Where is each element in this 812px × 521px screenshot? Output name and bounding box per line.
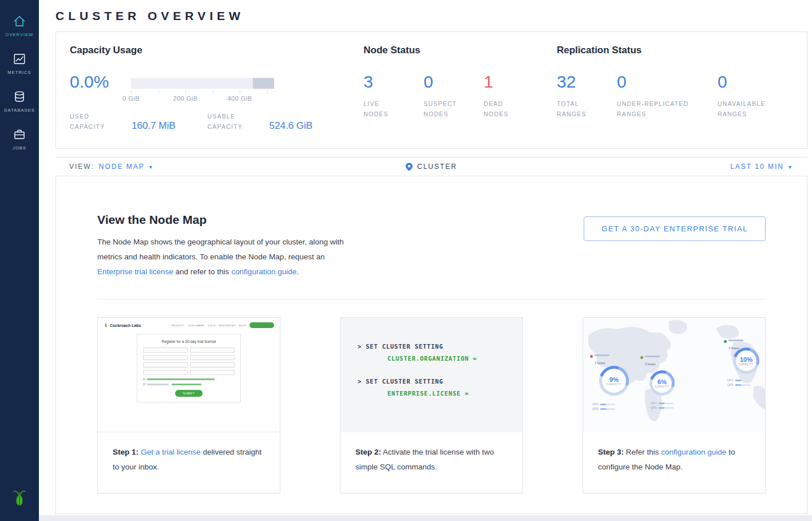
capacity-donut: 6% CAPACITY: [649, 370, 675, 396]
sidebar-item-jobs[interactable]: JOBS: [0, 120, 39, 158]
total-ranges-label: TOTAL RANGES: [557, 98, 593, 120]
unavailable-ranges-value: 0: [718, 72, 769, 92]
cpu-stat-label: CPU: [651, 401, 657, 405]
suspect-nodes-label: SUSPECT NODES: [423, 98, 459, 120]
form-field: [143, 355, 188, 360]
submit-pill: SUBMIT: [175, 390, 203, 397]
marker-name-bar: [645, 356, 660, 357]
usable-capacity-stat: USABLE CAPACITY 524.6 GiB: [208, 111, 313, 132]
under-replicated-ranges-value: 0: [617, 72, 694, 92]
marker-nodes-label: 3 Nodes: [645, 362, 656, 366]
total-ranges-stat: 32 TOTAL RANGES: [557, 72, 593, 120]
region-stats: CPU QPS: [651, 400, 674, 409]
step-3-prefix: Step 3:: [598, 448, 624, 456]
code-prompt-line: > SET CLUSTER SETTING: [358, 378, 522, 385]
form-checkbox-row: [143, 383, 235, 385]
site-logo: Cockroach Labs: [104, 322, 141, 328]
time-range-selector[interactable]: LAST 10 MIN ▾: [730, 163, 807, 171]
database-icon: [13, 90, 26, 104]
under-replicated-ranges-label: UNDER-REPLICATED RANGES: [617, 98, 694, 120]
marker-nodes-label: 3 Nodes: [728, 346, 739, 350]
download-pill: DOWNLOAD: [249, 322, 274, 328]
sidebar-item-overview[interactable]: OVERVIEW: [0, 7, 39, 45]
used-capacity-percent: 0.0%: [70, 72, 120, 103]
donut-caption: CAPACITY: [739, 363, 754, 366]
marker-name-bar: [728, 340, 743, 341]
capacity-bar-area: 0 GiB 200 GiB 400 GiB: [131, 72, 274, 103]
cluster-label: CLUSTER: [417, 163, 457, 171]
step-1-caption: Step 1:Get a trial license delivered str…: [98, 432, 280, 475]
app-root: OVERVIEW METRICS DATABASES JOBS CLU: [0, 0, 812, 521]
unavailable-ranges-stat: 0 UNAVAILABLE RANGES: [718, 72, 769, 120]
total-ranges-value: 32: [557, 72, 593, 92]
view-selector-dropdown[interactable]: VIEW: NODE MAP ▾: [56, 163, 153, 171]
jobs-icon: [13, 128, 26, 141]
time-range-value: LAST 10 MIN: [730, 163, 784, 171]
node-map-heading: View the Node Map: [97, 213, 356, 227]
used-capacity-value: 160.7 MiB: [132, 120, 176, 132]
sidebar-item-label: DATABASES: [4, 108, 35, 113]
view-value: NODE MAP: [99, 163, 145, 171]
usable-capacity-label: USABLE CAPACITY: [208, 111, 250, 132]
region-stats: CPU QPS: [727, 377, 750, 386]
form-field: [190, 355, 235, 360]
unavailable-ranges-label: UNAVAILABLE RANGES: [718, 98, 769, 120]
form-field: [143, 370, 188, 375]
sidebar: OVERVIEW METRICS DATABASES JOBS: [0, 0, 39, 521]
main-content: CLUSTER OVERVIEW Capacity Usage 0.0%: [39, 0, 812, 515]
step-2-prefix: Step 2:: [355, 448, 381, 456]
code-setting-line: CLUSTER.ORGANIZATION =: [387, 355, 522, 362]
replication-status-section: Replication Status 32 TOTAL RANGES 0 UND…: [557, 45, 793, 136]
step-2-caption: Step 2: Activate the trial license with …: [340, 432, 522, 475]
marker-name-bar: [595, 354, 609, 356]
chevron-down-icon: ▾: [789, 164, 793, 170]
used-capacity-stat: USED CAPACITY 160.7 MiB: [70, 111, 176, 132]
enterprise-trial-button[interactable]: GET A 30-DAY ENTERPRISE TRIAL: [584, 216, 766, 241]
configuration-guide-link[interactable]: configuration guide: [231, 267, 296, 276]
donut-percent: 9%: [609, 376, 619, 383]
view-label: VIEW:: [69, 163, 94, 171]
configuration-guide-link[interactable]: configuration guide: [661, 448, 726, 456]
capacity-donut: 9% CAPACITY: [599, 366, 629, 396]
node-map-intro: View the Node Map The Node Map shows the…: [97, 213, 356, 279]
cockroach-logo[interactable]: [11, 490, 27, 510]
checkbox-link-bar: [172, 384, 201, 385]
marker-dot: [590, 355, 593, 358]
node-map-preview: 3 Nodes 3 Nodes 3 Nodes 9% CAPACITY 6% C…: [583, 318, 765, 432]
stat-bar: [600, 404, 615, 405]
form-field: [143, 362, 188, 368]
step-3-caption: Step 3: Refer this configuration guide t…: [583, 432, 765, 475]
description-text: and refer to this: [173, 267, 231, 276]
code-prompt-line: > SET CLUSTER SETTING: [358, 343, 522, 350]
cluster-summary-card: Capacity Usage 0.0% 0 GiB 200 GiB 400 G: [56, 31, 807, 149]
sidebar-item-label: JOBS: [13, 145, 26, 151]
enterprise-trial-license-link[interactable]: Enterprise trial license: [97, 267, 173, 276]
step-2-card: > SET CLUSTER SETTING CLUSTER.ORGANIZATI…: [340, 317, 523, 494]
sql-code-snippet: > SET CLUSTER SETTING CLUSTER.ORGANIZATI…: [340, 318, 522, 432]
registration-form-title: Register for a 30-day trial license: [143, 340, 235, 344]
checkbox-text-bar: [147, 378, 215, 380]
node-status-section: Node Status 3 LIVE NODES 0 SUSPECT NODES…: [363, 45, 557, 136]
cpu-stat-label: CPU: [727, 378, 734, 382]
donut-percent: 6%: [657, 378, 667, 385]
code-gap: [358, 362, 522, 378]
site-nav-item: RESOURCES: [219, 324, 236, 327]
site-nav-item: DOCS: [208, 324, 215, 327]
step-3-text: Refer this: [624, 448, 661, 456]
site-header: Cockroach Labs PRODUCT CUSTOMERS DOCS RE…: [104, 322, 274, 328]
divider: [97, 299, 766, 299]
sidebar-item-metrics[interactable]: METRICS: [0, 45, 39, 82]
usable-capacity-value: 524.6 GiB: [270, 120, 313, 132]
marker-dot: [724, 340, 727, 343]
form-field: [190, 362, 235, 368]
sidebar-item-databases[interactable]: DATABASES: [0, 82, 39, 120]
live-nodes-stat: 3 LIVE NODES: [363, 72, 399, 120]
capacity-bar: [131, 78, 274, 89]
region-stats: CPU QPS: [592, 401, 615, 411]
step-3-card: 3 Nodes 3 Nodes 3 Nodes 9% CAPACITY 6% C…: [583, 317, 766, 494]
description-text: The Node Map shows the geographical layo…: [97, 238, 344, 261]
get-trial-license-link[interactable]: Get a trial license: [141, 448, 200, 456]
form-checkbox-row: [143, 378, 235, 380]
node-map-panel: View the Node Map The Node Map shows the…: [56, 176, 807, 514]
node-map-description: The Node Map shows the geographical layo…: [97, 235, 356, 279]
